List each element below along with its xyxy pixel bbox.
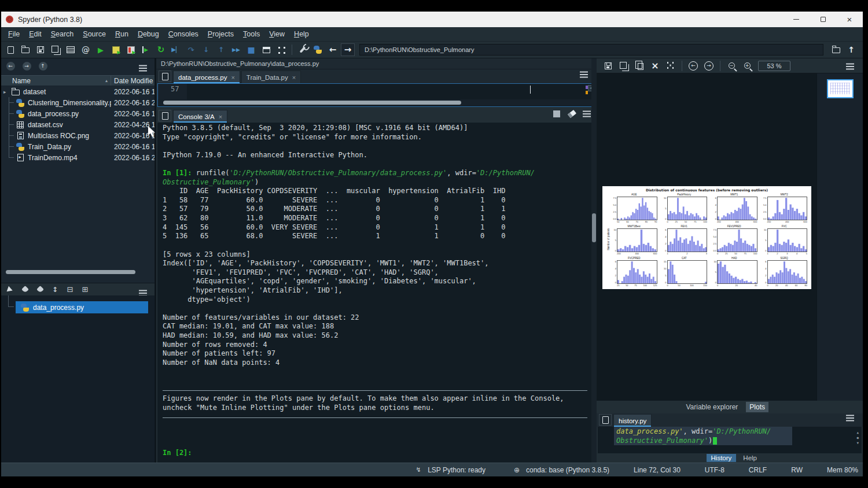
outline-show-comments-button[interactable] bbox=[19, 283, 31, 297]
plots-save-all-plots-button[interactable] bbox=[617, 59, 631, 73]
outline-expand-all-button[interactable]: ⊞ bbox=[79, 283, 91, 297]
tab-variable-explorer[interactable]: Variable explorer bbox=[682, 402, 741, 412]
toolbar-debug-cell-button[interactable] bbox=[124, 43, 138, 57]
toolbar-forward-button[interactable]: → bbox=[341, 43, 355, 57]
toolbar-run-pause-button[interactable]: ▶▏ bbox=[169, 43, 183, 57]
toolbar-run-selection-button[interactable] bbox=[139, 43, 153, 57]
plots-copy-plot-button[interactable] bbox=[632, 59, 646, 73]
minimize-button[interactable] bbox=[783, 12, 810, 27]
ipython-console[interactable]: Python 3.8.5 (default, Sep 3 2020, 21:29… bbox=[157, 123, 595, 463]
files-previous-button[interactable]: ← bbox=[5, 59, 16, 73]
console-vscrollbar[interactable] bbox=[591, 58, 597, 463]
plots-fit-plot-button[interactable] bbox=[664, 59, 678, 73]
plots-save-plot-button[interactable] bbox=[601, 59, 615, 73]
editor-hscrollbar[interactable] bbox=[159, 99, 594, 106]
code-editor[interactable]: 57 + bbox=[157, 83, 595, 107]
browse-history-button[interactable] bbox=[599, 414, 612, 426]
plots-previous-plot-button[interactable]: ← bbox=[686, 59, 700, 73]
close-tab-icon[interactable]: × bbox=[231, 74, 234, 81]
toolbar-save-button[interactable] bbox=[34, 43, 47, 57]
menu-icon[interactable] bbox=[136, 62, 150, 75]
outline-show-numbers-button[interactable] bbox=[34, 283, 46, 297]
menu-source[interactable]: Source bbox=[78, 28, 111, 40]
outline-sort-button[interactable]: ↕ bbox=[49, 283, 61, 297]
plots-remove-plot-button[interactable]: × bbox=[648, 59, 662, 73]
history-file-tab[interactable]: history.py bbox=[613, 414, 652, 427]
toolbar-step-over-button[interactable]: ↷ bbox=[184, 43, 198, 57]
history-content[interactable]: ▲●▼ data_process.py', wdir='D:/PythonRUN… bbox=[598, 427, 862, 453]
menu-projects[interactable]: Projects bbox=[203, 28, 238, 40]
toolbar-preferences-button[interactable] bbox=[296, 43, 310, 57]
console-clear-button[interactable] bbox=[567, 107, 577, 121]
column-name[interactable]: Name ▴ bbox=[1, 76, 111, 86]
editor-tab-train-data-py[interactable]: Train_Data.py× bbox=[241, 71, 301, 83]
outline-collapse-all-button[interactable]: ⊟ bbox=[64, 283, 76, 297]
browse-tabs-button[interactable] bbox=[159, 71, 171, 82]
files-hscrollbar[interactable] bbox=[2, 270, 153, 275]
files-parent-button[interactable]: ↑ bbox=[37, 59, 49, 73]
plots-zoom-in-button[interactable]: + bbox=[740, 59, 754, 73]
toolbar-restart-kernel-button[interactable]: ↻ bbox=[154, 43, 168, 57]
console-interrupt-button[interactable] bbox=[551, 107, 562, 121]
toolbar-save-all-button[interactable] bbox=[49, 43, 62, 57]
toolbar-stop-button[interactable]: ■ bbox=[244, 43, 258, 57]
toolbar-panes-layout-button[interactable] bbox=[64, 43, 78, 57]
console-menu-button[interactable] bbox=[582, 107, 592, 121]
menu-view[interactable]: View bbox=[264, 28, 289, 40]
file-row-traindemo-mp4[interactable]: TrainDemo.mp42022-06-16 2 bbox=[1, 152, 155, 163]
menu-icon[interactable] bbox=[577, 68, 591, 81]
outline-item-selected[interactable]: data_process.py bbox=[16, 301, 148, 313]
figure[interactable]: Distribution of continuous features (bef… bbox=[602, 186, 811, 289]
plots-next-plot-button[interactable]: → bbox=[702, 59, 716, 73]
toolbar-up-dir-button[interactable]: ↑ bbox=[844, 43, 858, 57]
menu-help[interactable]: Help bbox=[289, 28, 314, 40]
history-scroll-widget[interactable]: ▲●▼ bbox=[856, 430, 859, 445]
toolbar-at-symbol-button[interactable]: @ bbox=[79, 43, 93, 57]
toolbar-python-env-button[interactable] bbox=[311, 43, 325, 57]
toolbar-step-return-button[interactable]: ↑ bbox=[214, 43, 228, 57]
outline-follow-cursor-button[interactable] bbox=[3, 283, 16, 297]
tab-history[interactable]: History bbox=[707, 454, 737, 462]
toolbar-open-folder-button[interactable] bbox=[19, 43, 32, 57]
menu-icon[interactable] bbox=[843, 60, 857, 73]
column-date-modified[interactable]: Date Modifie bbox=[111, 77, 155, 85]
toolbar-run-cell-button[interactable] bbox=[109, 43, 123, 57]
toolbar-run-button[interactable]: ▶ bbox=[94, 43, 108, 57]
toolbar-fast-forward-button[interactable]: ▶▶ bbox=[229, 43, 243, 57]
file-row-data-process-py[interactable]: data_process.py2022-06-16 1 bbox=[1, 108, 155, 119]
files-next-button[interactable]: → bbox=[21, 59, 32, 73]
tab-help[interactable]: Help bbox=[740, 454, 760, 462]
restore-button[interactable] bbox=[810, 12, 836, 27]
file-row-clustering-dimensionality-py[interactable]: Clustering_Dimensionality.py2022-06-16 2 bbox=[1, 97, 155, 108]
working-directory-input[interactable]: D:\PythonRUN\Obstructive_Pulmonary bbox=[359, 44, 823, 56]
file-row-train-data-py[interactable]: Train_Data.py2022-06-16 1 bbox=[1, 141, 155, 152]
toolbar-open-dir-button[interactable] bbox=[829, 43, 843, 57]
editor-tab-data-process-py[interactable]: data_process.py× bbox=[173, 71, 240, 83]
plots-zoom-out-button[interactable]: − bbox=[724, 59, 738, 73]
console-tab[interactable]: Console 3/A× bbox=[173, 110, 227, 123]
menu-consoles[interactable]: Consoles bbox=[164, 28, 203, 40]
menu-icon[interactable] bbox=[843, 412, 857, 424]
toolbar-fullscreen-button[interactable] bbox=[274, 43, 288, 57]
zoom-level-box[interactable]: 53 % bbox=[758, 61, 790, 71]
menu-file[interactable]: File bbox=[3, 28, 24, 40]
toolbar-back-button[interactable]: ← bbox=[326, 43, 340, 57]
menu-run[interactable]: Run bbox=[111, 28, 133, 40]
browse-consoles-button[interactable] bbox=[159, 110, 171, 121]
menu-edit[interactable]: Edit bbox=[24, 28, 46, 40]
toolbar-new-file-button[interactable] bbox=[3, 43, 17, 57]
menu-debug[interactable]: Debug bbox=[133, 28, 164, 40]
file-row-dataset-csv[interactable]: dataset.csv2022-04-26 1 bbox=[1, 119, 155, 130]
plot-thumbnail[interactable] bbox=[827, 79, 854, 98]
tab-plots[interactable]: Plots bbox=[746, 402, 768, 412]
close-console-icon[interactable]: × bbox=[219, 113, 222, 120]
file-row-dataset[interactable]: ▸dataset2022-06-16 1 bbox=[1, 86, 155, 97]
toolbar-maximize-pane-button[interactable] bbox=[259, 43, 273, 57]
toolbar-step-into-button[interactable]: ↓ bbox=[199, 43, 213, 57]
close-tab-icon[interactable]: × bbox=[292, 74, 296, 81]
menu-tools[interactable]: Tools bbox=[238, 28, 264, 40]
close-button[interactable]: × bbox=[836, 12, 863, 27]
file-row-multiclass-roc-png[interactable]: Multiclass ROC.png2022-06-16 1 bbox=[1, 130, 155, 141]
subplot-fvcpred: FVCPRED6420255075100125 bbox=[611, 257, 657, 287]
menu-search[interactable]: Search bbox=[46, 28, 79, 40]
